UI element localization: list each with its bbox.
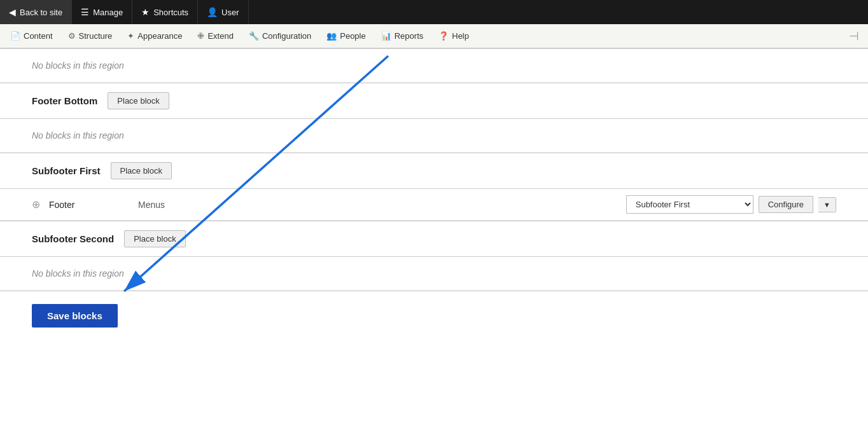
subfooter-second-header: Subfooter Second Place block bbox=[0, 221, 868, 257]
footer-bottom-place-block-button[interactable]: Place block bbox=[108, 92, 169, 109]
block-region-select: Subfooter First Subfooter Second Footer … bbox=[626, 195, 836, 214]
block-type-label: Menus bbox=[138, 200, 202, 210]
footer-bottom-header: Footer Bottom Place block bbox=[0, 83, 868, 119]
subfooter-second-title: Subfooter Second bbox=[32, 233, 114, 244]
nav-resize-icon: ⊣ bbox=[849, 29, 859, 43]
subfooter-first-section: Subfooter First Place block ⊕ Footer Men… bbox=[0, 153, 868, 221]
secondary-nav: 📄 Content ⚙ Structure ✦ Appearance ✙ Ext… bbox=[0, 24, 868, 48]
subfooter-second-section: Subfooter Second Place block No blocks i… bbox=[0, 221, 868, 291]
nav-reports[interactable]: 📊 Reports bbox=[374, 24, 431, 48]
content-icon: 📄 bbox=[10, 31, 20, 41]
nav-bar-right: ⊣ bbox=[843, 29, 865, 43]
configure-button[interactable]: Configure bbox=[759, 196, 813, 213]
configuration-icon: 🔧 bbox=[249, 31, 259, 41]
footer-block-row: ⊕ Footer Menus Subfooter First Subfooter… bbox=[0, 189, 868, 221]
user-icon: 👤 bbox=[207, 7, 218, 17]
subfooter-first-header: Subfooter First Place block bbox=[0, 153, 868, 189]
footer-bottom-no-blocks-message: No blocks in this region bbox=[0, 119, 868, 153]
back-arrow-icon: ◀ bbox=[9, 7, 16, 17]
configure-dropdown-arrow[interactable]: ▼ bbox=[818, 197, 836, 212]
save-blocks-button[interactable]: Save blocks bbox=[32, 304, 118, 328]
top-region-section: No blocks in this region bbox=[0, 48, 868, 83]
user-button[interactable]: 👤 User bbox=[198, 0, 248, 24]
subfooter-first-title: Subfooter First bbox=[32, 165, 101, 176]
save-section: Save blocks bbox=[0, 291, 868, 353]
nav-configuration[interactable]: 🔧 Configuration bbox=[241, 24, 319, 48]
block-region-dropdown[interactable]: Subfooter First Subfooter Second Footer … bbox=[626, 195, 753, 214]
structure-icon: ⚙ bbox=[68, 31, 76, 41]
nav-structure[interactable]: ⚙ Structure bbox=[60, 24, 120, 48]
appearance-icon: ✦ bbox=[127, 31, 134, 41]
subfooter-second-no-blocks-message: No blocks in this region bbox=[0, 257, 868, 291]
star-icon: ★ bbox=[141, 7, 150, 17]
footer-bottom-section: Footer Bottom Place block No blocks in t… bbox=[0, 83, 868, 153]
back-to-site-button[interactable]: ◀ Back to site bbox=[0, 0, 72, 24]
nav-content[interactable]: 📄 Content bbox=[3, 24, 60, 48]
subfooter-first-place-block-button[interactable]: Place block bbox=[111, 162, 172, 179]
footer-bottom-title: Footer Bottom bbox=[32, 95, 97, 106]
help-icon: ❓ bbox=[438, 31, 449, 41]
nav-people[interactable]: 👥 People bbox=[319, 24, 373, 48]
manage-button[interactable]: ☰ Manage bbox=[72, 0, 132, 24]
subfooter-second-place-block-button[interactable]: Place block bbox=[124, 230, 185, 247]
admin-toolbar: ◀ Back to site ☰ Manage ★ Shortcuts 👤 Us… bbox=[0, 0, 868, 24]
nav-help[interactable]: ❓ Help bbox=[431, 24, 477, 48]
shortcuts-button[interactable]: ★ Shortcuts bbox=[132, 0, 198, 24]
nav-appearance[interactable]: ✦ Appearance bbox=[120, 24, 190, 48]
reports-icon: 📊 bbox=[381, 31, 391, 41]
manage-icon: ☰ bbox=[81, 7, 89, 17]
extend-icon: ✙ bbox=[197, 31, 204, 41]
block-name-label: Footer bbox=[49, 200, 138, 210]
nav-extend[interactable]: ✙ Extend bbox=[190, 24, 241, 48]
main-content: No blocks in this region Footer Bottom P… bbox=[0, 48, 868, 353]
people-icon: 👥 bbox=[326, 31, 337, 41]
drag-handle-icon[interactable]: ⊕ bbox=[32, 198, 40, 211]
top-no-blocks-message: No blocks in this region bbox=[0, 49, 868, 83]
